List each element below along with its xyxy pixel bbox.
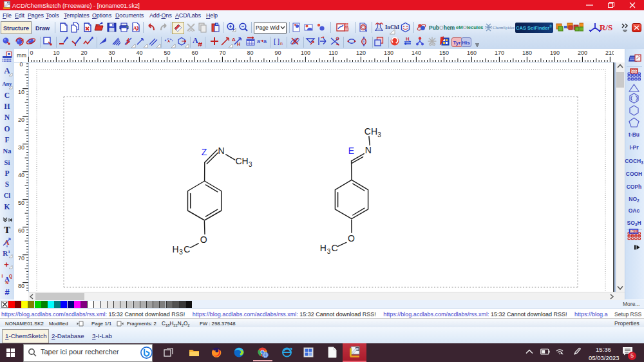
svg-text:3: 3 <box>249 161 252 168</box>
svg-text:O: O <box>200 234 207 245</box>
svg-text:N: N <box>218 146 224 156</box>
svg-text:CH: CH <box>236 156 249 166</box>
svg-text:H: H <box>172 244 178 254</box>
svg-text:3: 3 <box>327 248 331 255</box>
svg-text:H: H <box>320 243 327 253</box>
svg-text:Z: Z <box>202 147 207 157</box>
svg-text:C: C <box>184 244 190 254</box>
svg-text:C: C <box>332 243 338 253</box>
svg-text:E: E <box>348 146 354 156</box>
svg-text:3: 3 <box>377 131 381 138</box>
svg-text:3: 3 <box>179 249 183 256</box>
svg-text:O: O <box>348 233 355 243</box>
svg-text:CH: CH <box>365 126 377 137</box>
svg-text:N: N <box>365 145 372 155</box>
